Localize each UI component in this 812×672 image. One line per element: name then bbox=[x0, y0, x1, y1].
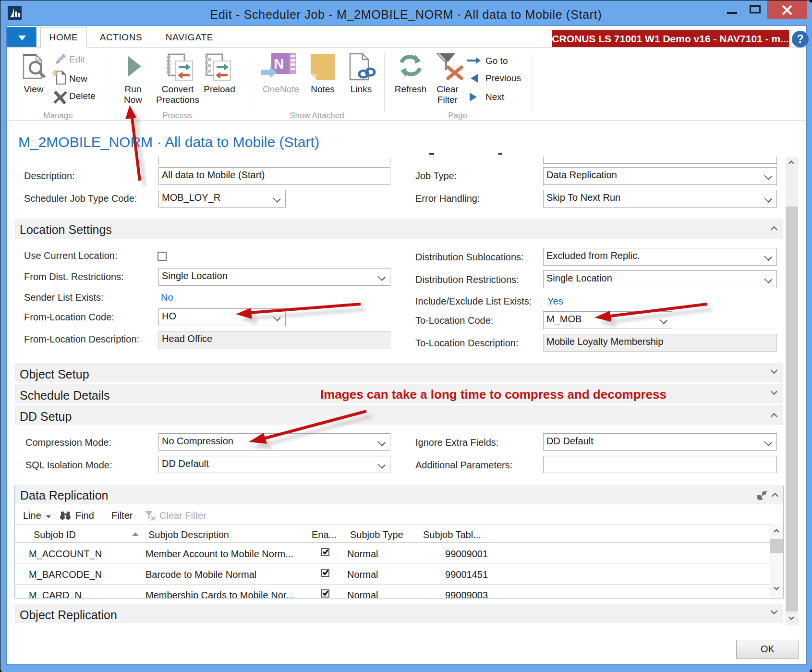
svg-text:N: N bbox=[274, 56, 284, 72]
